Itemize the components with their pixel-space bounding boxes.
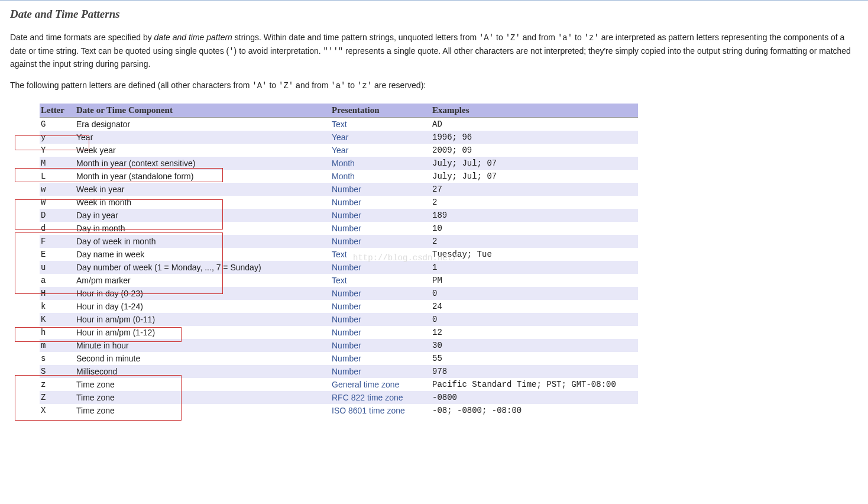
cell-letter: h (40, 326, 75, 339)
presentation-link[interactable]: Number (332, 263, 361, 272)
table-row: WWeek in monthNumber2 (40, 196, 638, 209)
code-literal: 'A' (479, 33, 494, 43)
presentation-link[interactable]: Month (332, 172, 355, 181)
cell-component: Second in minute (75, 352, 331, 365)
cell-component: Hour in day (0-23) (75, 287, 331, 300)
pattern-table: Letter Date or Time Component Presentati… (40, 104, 638, 417)
cell-component: Day number of week (1 = Monday, ..., 7 =… (75, 261, 331, 274)
presentation-link[interactable]: Number (332, 224, 361, 233)
cell-component: Week in year (75, 183, 331, 196)
presentation-link[interactable]: Month (332, 159, 355, 168)
cell-component: Hour in am/pm (0-11) (75, 313, 331, 326)
cell-presentation: Month (331, 157, 431, 170)
cell-examples: 1996; 96 (431, 131, 638, 144)
presentation-link[interactable]: Text (332, 276, 347, 285)
cell-examples: 2 (431, 235, 638, 248)
cell-presentation: Number (331, 196, 431, 209)
presentation-link[interactable]: Number (332, 237, 361, 246)
presentation-link[interactable]: Year (332, 146, 348, 155)
table-row: LMonth in year (standalone form)MonthJul… (40, 170, 638, 183)
cell-letter: M (40, 157, 75, 170)
cell-letter: u (40, 261, 75, 274)
cell-presentation: Number (331, 235, 431, 248)
cell-presentation: Text (331, 248, 431, 261)
cell-presentation: ISO 8601 time zone (331, 404, 431, 417)
cell-component: Time zone (75, 391, 331, 404)
cell-presentation: Month (331, 170, 431, 183)
th-examples: Examples (431, 104, 638, 118)
cell-examples: PM (431, 274, 638, 287)
cell-letter: K (40, 313, 75, 326)
table-row: EDay name in weekTextTuesday; Tue (40, 248, 638, 261)
presentation-link[interactable]: Number (332, 328, 361, 337)
table-row: YWeek yearYear2009; 09 (40, 144, 638, 157)
cell-component: Week year (75, 144, 331, 157)
text: and from (520, 33, 558, 42)
presentation-link[interactable]: Number (332, 198, 361, 207)
presentation-link[interactable]: Number (332, 367, 361, 376)
text: strings. Within date and time pattern st… (232, 33, 479, 42)
cell-letter: H (40, 287, 75, 300)
table-row: dDay in monthNumber10 (40, 222, 638, 235)
cell-presentation: Number (331, 326, 431, 339)
table-row: KHour in am/pm (0-11)Number0 (40, 313, 638, 326)
cell-component: Am/pm marker (75, 274, 331, 287)
cell-component: Hour in am/pm (1-12) (75, 326, 331, 339)
presentation-link[interactable]: Number (332, 354, 361, 363)
cell-examples: -08; -0800; -08:00 (431, 404, 638, 417)
cell-letter: s (40, 352, 75, 365)
cell-examples: 2 (431, 196, 638, 209)
cell-examples: July; Jul; 07 (431, 170, 638, 183)
presentation-link[interactable]: Number (332, 185, 361, 194)
cell-letter: W (40, 196, 75, 209)
cell-letter: S (40, 365, 75, 378)
th-letter: Letter (40, 104, 75, 118)
presentation-link[interactable]: Year (332, 133, 348, 142)
text: ) to avoid interpretation. (234, 46, 323, 56)
cell-letter: L (40, 170, 75, 183)
cell-letter: y (40, 131, 75, 144)
cell-presentation: General time zone (331, 378, 431, 391)
cell-letter: E (40, 248, 75, 261)
content: Date and Time Patterns Date and time for… (0, 3, 868, 425)
presentation-link[interactable]: RFC 822 time zone (332, 393, 403, 402)
cell-examples: July; Jul; 07 (431, 157, 638, 170)
presentation-link[interactable]: Number (332, 211, 361, 220)
cell-letter: D (40, 209, 75, 222)
cell-component: Day in month (75, 222, 331, 235)
text: The following pattern letters are define… (10, 80, 252, 90)
code-literal: ' (229, 47, 234, 56)
text: to (572, 33, 584, 42)
cell-presentation: Number (331, 313, 431, 326)
table-header-row: Letter Date or Time Component Presentati… (40, 104, 638, 118)
cell-letter: G (40, 117, 75, 131)
presentation-link[interactable]: ISO 8601 time zone (332, 406, 405, 415)
presentation-link[interactable]: Number (332, 302, 361, 311)
presentation-link[interactable]: Text (332, 250, 347, 259)
presentation-link[interactable]: General time zone (332, 380, 399, 389)
cell-letter: a (40, 274, 75, 287)
cell-component: Era designator (75, 117, 331, 131)
presentation-link[interactable]: Number (332, 341, 361, 350)
cell-examples: 189 (431, 209, 638, 222)
cell-presentation: Text (331, 274, 431, 287)
presentation-link[interactable]: Number (332, 315, 361, 324)
cell-component: Day name in week (75, 248, 331, 261)
section-heading: Date and Time Patterns (10, 8, 858, 21)
presentation-link[interactable]: Text (332, 119, 347, 129)
cell-examples: 978 (431, 365, 638, 378)
cell-presentation: Number (331, 339, 431, 352)
cell-presentation: RFC 822 time zone (331, 391, 431, 404)
code-literal: 'z' (584, 33, 599, 43)
table-row: yYearYear1996; 96 (40, 131, 638, 144)
intro-paragraph-1: Date and time formats are specified by d… (10, 31, 858, 71)
cell-presentation: Year (331, 131, 431, 144)
table-row: aAm/pm markerTextPM (40, 274, 638, 287)
code-literal: 'z' (357, 81, 372, 91)
presentation-link[interactable]: Number (332, 289, 361, 298)
cell-presentation: Number (331, 300, 431, 313)
text: to (345, 80, 357, 90)
cell-presentation: Number (331, 287, 431, 300)
cell-presentation: Number (331, 222, 431, 235)
cell-component: Minute in hour (75, 339, 331, 352)
